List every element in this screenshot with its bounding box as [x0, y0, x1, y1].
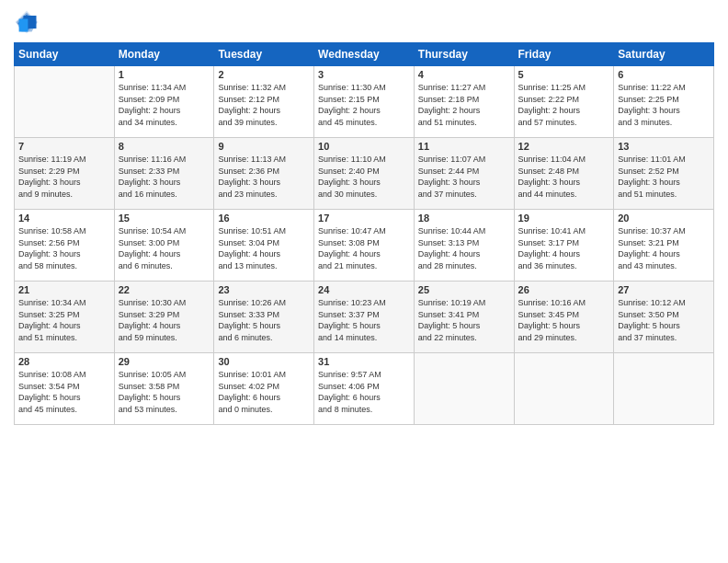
calendar-cell: 14Sunrise: 10:58 AM Sunset: 2:56 PM Dayl… — [15, 210, 115, 282]
day-number: 9 — [218, 141, 310, 152]
day-number: 31 — [318, 356, 410, 367]
week-row-2: 7Sunrise: 11:19 AM Sunset: 2:29 PM Dayli… — [15, 138, 714, 210]
day-number: 16 — [218, 213, 310, 224]
calendar-cell: 23Sunrise: 10:26 AM Sunset: 3:33 PM Dayl… — [214, 282, 314, 353]
day-info: Sunrise: 11:34 AM Sunset: 2:09 PM Daylig… — [119, 82, 210, 128]
day-number: 18 — [418, 213, 510, 224]
weekday-header-sunday: Sunday — [15, 43, 115, 66]
logo-icon — [14, 9, 40, 35]
logo — [14, 9, 41, 35]
calendar-cell: 16Sunrise: 10:51 AM Sunset: 3:04 PM Dayl… — [214, 210, 314, 282]
calendar-cell: 3Sunrise: 11:30 AM Sunset: 2:15 PM Dayli… — [314, 66, 415, 138]
day-info: Sunrise: 11:16 AM Sunset: 2:33 PM Daylig… — [119, 154, 210, 200]
day-number: 22 — [119, 284, 210, 295]
day-info: Sunrise: 10:08 AM Sunset: 3:54 PM Daylig… — [18, 369, 110, 415]
calendar-cell — [15, 66, 115, 138]
calendar-cell: 20Sunrise: 10:37 AM Sunset: 3:21 PM Dayl… — [614, 210, 714, 282]
calendar-cell — [614, 353, 714, 425]
day-info: Sunrise: 11:32 AM Sunset: 2:12 PM Daylig… — [218, 82, 310, 128]
day-number: 20 — [618, 213, 710, 224]
header — [14, 9, 714, 35]
day-number: 24 — [318, 284, 410, 295]
day-number: 7 — [18, 141, 110, 152]
week-row-3: 14Sunrise: 10:58 AM Sunset: 2:56 PM Dayl… — [15, 210, 714, 282]
day-info: Sunrise: 10:58 AM Sunset: 2:56 PM Daylig… — [18, 225, 110, 271]
calendar-cell: 5Sunrise: 11:25 AM Sunset: 2:22 PM Dayli… — [514, 66, 614, 138]
day-number: 8 — [119, 141, 210, 152]
day-info: Sunrise: 11:25 AM Sunset: 2:22 PM Daylig… — [518, 82, 610, 128]
week-row-1: 1Sunrise: 11:34 AM Sunset: 2:09 PM Dayli… — [15, 66, 714, 138]
calendar-cell: 25Sunrise: 10:19 AM Sunset: 3:41 PM Dayl… — [414, 282, 514, 353]
calendar-cell: 13Sunrise: 11:01 AM Sunset: 2:52 PM Dayl… — [614, 138, 714, 210]
calendar-cell: 2Sunrise: 11:32 AM Sunset: 2:12 PM Dayli… — [214, 66, 314, 138]
day-info: Sunrise: 10:54 AM Sunset: 3:00 PM Daylig… — [119, 225, 210, 271]
day-number: 28 — [18, 356, 110, 367]
day-number: 29 — [119, 356, 210, 367]
day-info: Sunrise: 11:30 AM Sunset: 2:15 PM Daylig… — [318, 82, 410, 128]
weekday-header-saturday: Saturday — [614, 43, 714, 66]
day-info: Sunrise: 10:05 AM Sunset: 3:58 PM Daylig… — [119, 369, 210, 415]
day-info: Sunrise: 11:04 AM Sunset: 2:48 PM Daylig… — [518, 154, 610, 200]
weekday-header-wednesday: Wednesday — [314, 43, 415, 66]
calendar-cell: 12Sunrise: 11:04 AM Sunset: 2:48 PM Dayl… — [514, 138, 614, 210]
weekday-header-friday: Friday — [514, 43, 614, 66]
day-info: Sunrise: 10:16 AM Sunset: 3:45 PM Daylig… — [518, 297, 610, 343]
day-number: 3 — [318, 69, 410, 80]
day-number: 10 — [318, 141, 410, 152]
weekday-header-thursday: Thursday — [414, 43, 514, 66]
day-number: 11 — [418, 141, 510, 152]
day-number: 1 — [119, 69, 210, 80]
day-info: Sunrise: 10:44 AM Sunset: 3:13 PM Daylig… — [418, 225, 510, 271]
day-number: 27 — [618, 284, 710, 295]
day-number: 19 — [518, 213, 610, 224]
svg-marker-4 — [19, 19, 28, 32]
day-info: Sunrise: 11:10 AM Sunset: 2:40 PM Daylig… — [318, 154, 410, 200]
weekday-header-tuesday: Tuesday — [214, 43, 314, 66]
day-number: 23 — [218, 284, 310, 295]
calendar-cell: 10Sunrise: 11:10 AM Sunset: 2:40 PM Dayl… — [314, 138, 415, 210]
day-info: Sunrise: 11:19 AM Sunset: 2:29 PM Daylig… — [18, 154, 110, 200]
calendar-cell: 22Sunrise: 10:30 AM Sunset: 3:29 PM Dayl… — [114, 282, 214, 353]
week-row-5: 28Sunrise: 10:08 AM Sunset: 3:54 PM Dayl… — [15, 353, 714, 425]
day-number: 12 — [518, 141, 610, 152]
calendar-cell: 8Sunrise: 11:16 AM Sunset: 2:33 PM Dayli… — [114, 138, 214, 210]
calendar-cell: 26Sunrise: 10:16 AM Sunset: 3:45 PM Dayl… — [514, 282, 614, 353]
day-info: Sunrise: 11:27 AM Sunset: 2:18 PM Daylig… — [418, 82, 510, 128]
week-row-4: 21Sunrise: 10:34 AM Sunset: 3:25 PM Dayl… — [15, 282, 714, 353]
calendar-cell: 17Sunrise: 10:47 AM Sunset: 3:08 PM Dayl… — [314, 210, 415, 282]
day-number: 17 — [318, 213, 410, 224]
weekday-header-monday: Monday — [114, 43, 214, 66]
calendar-cell: 24Sunrise: 10:23 AM Sunset: 3:37 PM Dayl… — [314, 282, 415, 353]
day-number: 30 — [218, 356, 310, 367]
calendar-cell: 27Sunrise: 10:12 AM Sunset: 3:50 PM Dayl… — [614, 282, 714, 353]
day-number: 14 — [18, 213, 110, 224]
day-info: Sunrise: 9:57 AM Sunset: 4:06 PM Dayligh… — [318, 369, 410, 415]
day-number: 25 — [418, 284, 510, 295]
day-info: Sunrise: 10:26 AM Sunset: 3:33 PM Daylig… — [218, 297, 310, 343]
day-info: Sunrise: 11:13 AM Sunset: 2:36 PM Daylig… — [218, 154, 310, 200]
calendar-cell: 4Sunrise: 11:27 AM Sunset: 2:18 PM Dayli… — [414, 66, 514, 138]
day-number: 26 — [518, 284, 610, 295]
calendar-cell: 1Sunrise: 11:34 AM Sunset: 2:09 PM Dayli… — [114, 66, 214, 138]
day-number: 13 — [618, 141, 710, 152]
calendar-cell: 19Sunrise: 10:41 AM Sunset: 3:17 PM Dayl… — [514, 210, 614, 282]
calendar-cell: 11Sunrise: 11:07 AM Sunset: 2:44 PM Dayl… — [414, 138, 514, 210]
day-info: Sunrise: 11:01 AM Sunset: 2:52 PM Daylig… — [618, 154, 710, 200]
day-info: Sunrise: 10:41 AM Sunset: 3:17 PM Daylig… — [518, 225, 610, 271]
day-info: Sunrise: 10:37 AM Sunset: 3:21 PM Daylig… — [618, 225, 710, 271]
calendar-cell: 7Sunrise: 11:19 AM Sunset: 2:29 PM Dayli… — [15, 138, 115, 210]
calendar-cell: 31Sunrise: 9:57 AM Sunset: 4:06 PM Dayli… — [314, 353, 415, 425]
calendar-cell — [414, 353, 514, 425]
day-info: Sunrise: 11:22 AM Sunset: 2:25 PM Daylig… — [618, 82, 710, 128]
calendar-table: SundayMondayTuesdayWednesdayThursdayFrid… — [14, 42, 714, 425]
calendar-cell: 6Sunrise: 11:22 AM Sunset: 2:25 PM Dayli… — [614, 66, 714, 138]
calendar-cell: 28Sunrise: 10:08 AM Sunset: 3:54 PM Dayl… — [15, 353, 115, 425]
day-info: Sunrise: 11:07 AM Sunset: 2:44 PM Daylig… — [418, 154, 510, 200]
day-info: Sunrise: 10:30 AM Sunset: 3:29 PM Daylig… — [119, 297, 210, 343]
weekday-header-row: SundayMondayTuesdayWednesdayThursdayFrid… — [15, 43, 714, 66]
day-number: 6 — [618, 69, 710, 80]
day-number: 5 — [518, 69, 610, 80]
day-info: Sunrise: 10:19 AM Sunset: 3:41 PM Daylig… — [418, 297, 510, 343]
day-number: 21 — [18, 284, 110, 295]
day-info: Sunrise: 10:12 AM Sunset: 3:50 PM Daylig… — [618, 297, 710, 343]
